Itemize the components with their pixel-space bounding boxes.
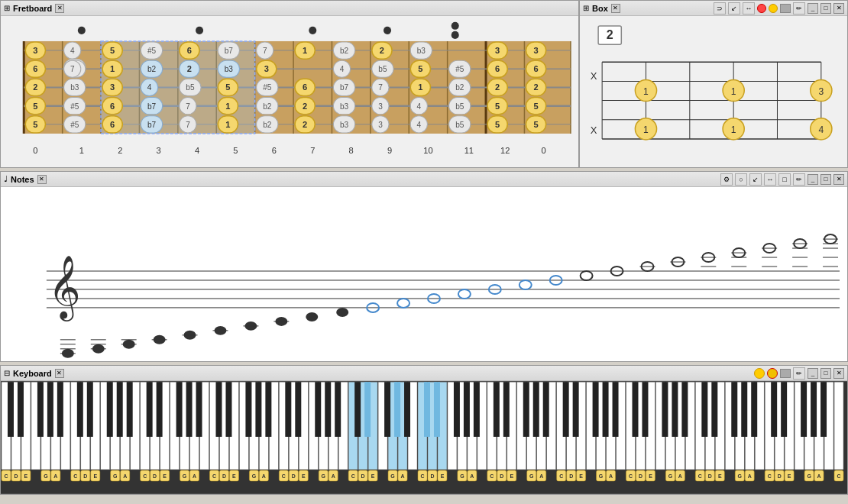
note-group[interactable]: b3	[218, 60, 239, 77]
white-key-c13[interactable]	[834, 382, 843, 470]
note-group[interactable]: 5	[487, 98, 507, 115]
note-group[interactable]: 7	[372, 79, 389, 95]
note-group[interactable]: 6	[295, 79, 315, 95]
black-key-ds8[interactable]	[503, 382, 510, 437]
black-key-cs11[interactable]	[701, 382, 707, 437]
black-key-cs6[interactable]	[354, 382, 361, 437]
note-group[interactable]: b2	[449, 79, 471, 95]
note-group[interactable]: 2	[295, 98, 315, 115]
black-key-fs6[interactable]	[384, 382, 390, 437]
black-key-gs11[interactable]	[741, 382, 747, 437]
note-group[interactable]: b2	[257, 98, 278, 115]
black-key-as4[interactable]	[265, 382, 271, 437]
note-group[interactable]: 3	[526, 42, 545, 59]
black-key-as9[interactable]	[613, 382, 619, 437]
black-key-fs10[interactable]	[662, 382, 668, 437]
note-group[interactable]: 5	[410, 60, 430, 77]
note-group[interactable]: 4	[410, 116, 427, 133]
note-group[interactable]: b5	[449, 98, 471, 115]
keyboard-pencil[interactable]: ✏	[793, 367, 805, 380]
note-group[interactable]: 2	[180, 60, 199, 77]
note-group[interactable]: b5	[449, 116, 471, 133]
keyboard-min[interactable]: _	[808, 368, 818, 379]
note-group[interactable]: 3	[372, 116, 389, 133]
black-key-cs4[interactable]	[215, 382, 222, 437]
black-key-ds3[interactable]	[157, 382, 163, 437]
notes-min[interactable]: _	[808, 174, 818, 185]
black-key-fs2[interactable]	[107, 382, 113, 437]
note-group[interactable]: 4	[64, 42, 81, 59]
notes-close-btn[interactable]: ✕	[37, 175, 47, 184]
note-group[interactable]: #5	[257, 79, 278, 95]
black-key-ds7-hl[interactable]	[434, 382, 440, 437]
black-key-cs10[interactable]	[633, 382, 639, 437]
black-key-gs12[interactable]	[811, 382, 817, 437]
black-key-fs4[interactable]	[245, 382, 251, 437]
note-group[interactable]: 1	[295, 42, 315, 59]
black-key-gs6-hl[interactable]	[394, 382, 400, 437]
box-tool-lasso[interactable]: ⊃	[714, 2, 726, 15]
black-key-as5[interactable]	[335, 382, 341, 437]
black-key-as6[interactable]	[404, 382, 410, 437]
note-group[interactable]: b2	[257, 116, 278, 133]
note-group[interactable]: b5	[180, 79, 201, 95]
black-key-fs12[interactable]	[801, 382, 807, 437]
black-key-as11[interactable]	[751, 382, 757, 437]
note-group[interactable]: 7	[64, 60, 81, 77]
note-group[interactable]: 3	[257, 60, 277, 77]
black-key-gs10[interactable]	[672, 382, 678, 437]
note-group[interactable]: b3	[333, 116, 354, 133]
black-key-fs3[interactable]	[176, 382, 183, 437]
note-group[interactable]: b5	[372, 60, 393, 77]
black-key-cs9[interactable]	[563, 382, 569, 437]
black-key-cs7-hl[interactable]	[424, 382, 430, 437]
note-group[interactable]: 3	[372, 98, 389, 115]
note-group[interactable]: 5	[487, 116, 507, 133]
note-group[interactable]: 3	[487, 42, 507, 59]
notes-max[interactable]: □	[820, 174, 831, 185]
box-tool-select[interactable]: ↙	[728, 2, 740, 15]
note-group[interactable]: 4	[141, 79, 157, 95]
box-close-btn[interactable]: ✕	[611, 4, 620, 13]
note-group[interactable]: 6	[180, 42, 199, 59]
note-group[interactable]: 3	[102, 79, 122, 95]
keyboard-close-btn[interactable]: ✕	[55, 369, 64, 378]
black-key-gs4[interactable]	[255, 382, 261, 437]
black-key-ds9[interactable]	[573, 382, 579, 437]
notes-close[interactable]: ✕	[833, 174, 844, 185]
note-group[interactable]: b2	[333, 42, 354, 59]
note-group[interactable]: 6	[487, 60, 507, 77]
black-key-as12[interactable]	[820, 382, 827, 437]
black-key-as2[interactable]	[127, 382, 133, 437]
black-key-fs1[interactable]	[37, 382, 44, 437]
box-max[interactable]: □	[820, 3, 831, 14]
note-group[interactable]: 2	[295, 116, 315, 133]
black-key-ds11[interactable]	[711, 382, 717, 437]
note-group[interactable]: b2	[141, 60, 162, 77]
notes-pencil-icon[interactable]: ✏	[793, 173, 805, 186]
black-key-cs12[interactable]	[771, 382, 777, 437]
black-key-fs7[interactable]	[454, 382, 460, 437]
note-group[interactable]: 5	[526, 98, 545, 115]
note-group[interactable]: 5	[526, 116, 545, 133]
black-key-gs2[interactable]	[117, 382, 123, 437]
fretboard-close-btn[interactable]: ✕	[55, 4, 64, 13]
note-group[interactable]: 5	[218, 79, 238, 95]
notes-cursor-icon[interactable]: ↔	[764, 173, 776, 186]
note-group[interactable]: #5	[141, 42, 162, 59]
black-key-gs5[interactable]	[325, 382, 331, 437]
notes-select-icon[interactable]: ↙	[749, 173, 762, 186]
note-group[interactable]: 4	[410, 98, 427, 115]
note-group[interactable]: b3	[410, 42, 432, 59]
black-key-gs7[interactable]	[464, 382, 470, 437]
black-key-cs2[interactable]	[77, 382, 83, 437]
note-group[interactable]: 6	[102, 116, 122, 133]
black-key-gs3[interactable]	[186, 382, 193, 437]
keyboard-close[interactable]: ✕	[833, 368, 844, 379]
note-group[interactable]: 2	[526, 79, 545, 95]
note-group[interactable]: #5	[449, 60, 471, 77]
black-key-cs8[interactable]	[494, 382, 500, 437]
black-key-cs5[interactable]	[285, 382, 291, 437]
note-group[interactable]: b7	[333, 79, 354, 95]
black-key-ds5[interactable]	[295, 382, 301, 437]
